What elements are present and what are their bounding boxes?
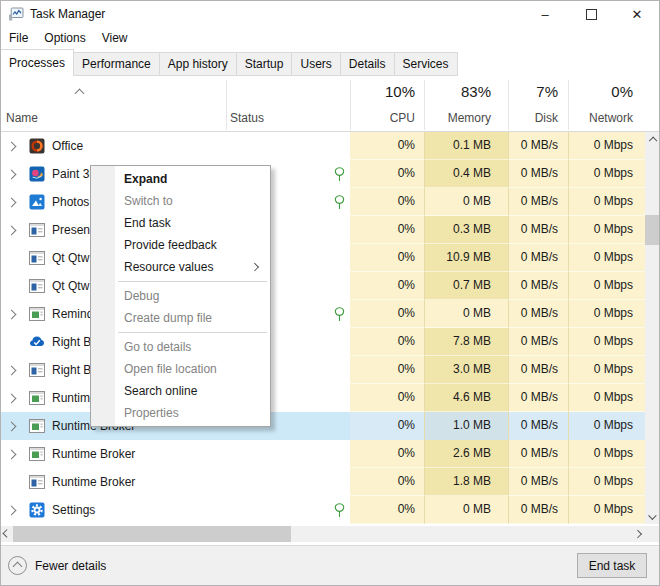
maximize-button[interactable] xyxy=(568,0,614,28)
expand-chevron-icon[interactable] xyxy=(7,505,17,515)
disk-cell: 0 MB/s xyxy=(508,216,568,244)
disk-total-percent: 7% xyxy=(508,83,558,100)
memory-cell: 7.8 MB xyxy=(424,328,508,356)
tab-users[interactable]: Users xyxy=(291,52,340,76)
scrollbar-corner xyxy=(645,526,660,542)
scroll-down-arrow[interactable] xyxy=(645,507,660,524)
memory-cell: 1.0 MB xyxy=(424,412,508,440)
memory-cell: 2.6 MB xyxy=(424,440,508,468)
end-task-button[interactable]: End task xyxy=(577,553,647,578)
menu-item-search-online[interactable]: Search online xyxy=(91,380,270,402)
process-name: Qt Qtw xyxy=(52,251,89,265)
column-header-memory[interactable]: Memory xyxy=(424,111,491,125)
cpu-cell: 0% xyxy=(350,356,424,384)
expand-chevron-icon[interactable] xyxy=(7,169,17,179)
cpu-cell: 0% xyxy=(350,132,424,160)
table-row[interactable]: Runtime Broker 0% 1.8 MB 0 MB/s 0 Mbps xyxy=(0,468,645,496)
expand-chevron-icon[interactable] xyxy=(7,225,17,235)
expand-chevron-icon[interactable] xyxy=(7,141,17,151)
window-app-icon xyxy=(29,278,45,294)
footer-bar: Fewer details End task xyxy=(0,545,660,586)
memory-cell: 0.7 MB xyxy=(424,272,508,300)
network-cell: 0 Mbps xyxy=(568,384,645,412)
menu-item-properties: Properties xyxy=(91,402,270,424)
table-row[interactable]: Runtime Broker 0% 2.6 MB 0 MB/s 0 Mbps xyxy=(0,440,645,468)
memory-total-percent: 83% xyxy=(424,83,491,100)
menu-item-open-file-location: Open file location xyxy=(91,358,270,380)
memory-cell: 0.3 MB xyxy=(424,216,508,244)
horizontal-scrollbar-thumb[interactable] xyxy=(13,526,291,542)
menu-item-expand[interactable]: Expand xyxy=(91,168,270,190)
process-name: Remind xyxy=(52,307,93,321)
expand-chevron-icon[interactable] xyxy=(7,365,17,375)
network-cell: 0 Mbps xyxy=(568,272,645,300)
tab-processes[interactable]: Processes xyxy=(0,49,74,76)
menu-view[interactable]: View xyxy=(101,30,129,46)
tab-startup[interactable]: Startup xyxy=(236,52,293,76)
column-header-name[interactable]: Name xyxy=(6,111,38,125)
network-cell: 0 Mbps xyxy=(568,132,645,160)
disk-cell: 0 MB/s xyxy=(508,132,568,160)
title-bar: Task Manager – ✕ xyxy=(0,0,660,28)
fewer-details-label: Fewer details xyxy=(35,559,106,573)
process-name: Right B xyxy=(52,363,91,377)
tab-performance[interactable]: Performance xyxy=(73,52,160,76)
column-header-disk[interactable]: Disk xyxy=(508,111,558,125)
menu-item-end-task[interactable]: End task xyxy=(91,212,270,234)
expand-chevron-icon[interactable] xyxy=(7,449,17,459)
status-cell xyxy=(226,132,350,160)
expand-chevron-icon[interactable] xyxy=(7,309,17,319)
menu-bar: File Options View xyxy=(0,28,660,48)
maximize-icon xyxy=(586,9,597,20)
expand-chevron-icon[interactable] xyxy=(7,393,17,403)
scroll-right-arrow[interactable] xyxy=(631,526,645,542)
menu-item-provide-feedback[interactable]: Provide feedback xyxy=(91,234,270,256)
menu-file[interactable]: File xyxy=(8,30,29,46)
table-row[interactable]: Settings 0% 0 MB 0 MB/s 0 Mbps xyxy=(0,496,645,524)
expand-chevron-icon[interactable] xyxy=(7,421,17,431)
column-header-status[interactable]: Status xyxy=(230,111,264,125)
vertical-scrollbar[interactable] xyxy=(645,132,660,524)
close-button[interactable]: ✕ xyxy=(614,0,660,28)
process-name: Settings xyxy=(52,503,95,517)
scroll-up-arrow[interactable] xyxy=(645,132,660,149)
minimize-button[interactable]: – xyxy=(522,0,568,28)
memory-cell: 1.8 MB xyxy=(424,468,508,496)
column-header-network[interactable]: Network xyxy=(568,111,633,125)
memory-cell: 0 MB xyxy=(424,496,508,524)
process-name: Photos xyxy=(52,195,89,209)
tab-app-history[interactable]: App history xyxy=(159,52,237,76)
process-name: Office xyxy=(52,139,83,153)
horizontal-scrollbar[interactable] xyxy=(0,526,645,542)
cpu-cell: 0% xyxy=(350,244,424,272)
disk-cell: 0 MB/s xyxy=(508,244,568,272)
table-header: Name Status 10% CPU 83% Memory 7% Disk 0… xyxy=(0,76,660,132)
memory-cell: 0.4 MB xyxy=(424,160,508,188)
expand-chevron-icon[interactable] xyxy=(7,197,17,207)
window-app-icon xyxy=(29,306,45,322)
network-cell: 0 Mbps xyxy=(568,356,645,384)
disk-cell: 0 MB/s xyxy=(508,468,568,496)
cpu-cell: 0% xyxy=(350,300,424,328)
cpu-cell: 0% xyxy=(350,496,424,524)
window-app-icon xyxy=(29,390,45,406)
menu-item-resource-values[interactable]: Resource values xyxy=(91,256,270,278)
process-name: Present xyxy=(52,223,93,237)
process-name: Runtime Broker xyxy=(52,447,135,461)
network-cell: 0 Mbps xyxy=(568,244,645,272)
fewer-details-toggle[interactable]: Fewer details xyxy=(8,556,106,575)
window-app-icon xyxy=(29,362,45,378)
menu-options[interactable]: Options xyxy=(43,30,86,46)
network-cell: 0 Mbps xyxy=(568,496,645,524)
disk-cell: 0 MB/s xyxy=(508,328,568,356)
tab-services[interactable]: Services xyxy=(394,52,458,76)
table-row[interactable]: Office 0% 0.1 MB 0 MB/s 0 Mbps xyxy=(0,132,645,160)
vertical-scrollbar-thumb[interactable] xyxy=(645,215,660,245)
task-manager-app-icon xyxy=(8,6,24,22)
scroll-left-arrow[interactable] xyxy=(0,526,14,542)
settings-gear-icon xyxy=(29,502,45,518)
sort-ascending-icon xyxy=(75,89,85,99)
status-cell xyxy=(226,496,350,524)
column-header-cpu[interactable]: CPU xyxy=(350,111,415,125)
tab-details[interactable]: Details xyxy=(340,52,395,76)
